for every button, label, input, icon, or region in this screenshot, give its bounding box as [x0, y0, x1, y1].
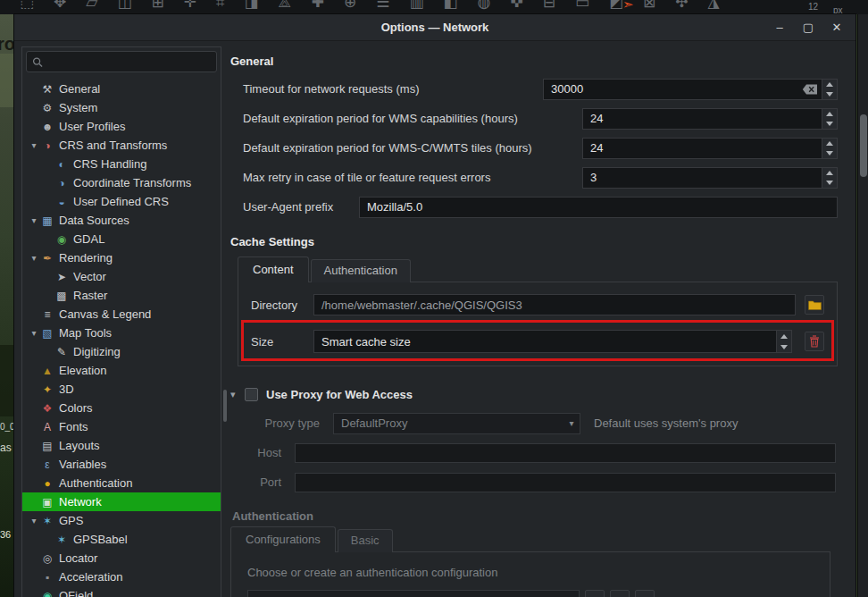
proxy-port-label: Port	[242, 475, 281, 489]
size-combo[interactable]: Smart cache size	[313, 330, 792, 353]
section-title-general: General	[229, 41, 838, 74]
sidebar-item-fonts[interactable]: AFonts	[22, 417, 221, 436]
sidebar-item-colors[interactable]: ❖Colors	[22, 399, 221, 417]
proxy-host-input[interactable]	[295, 443, 836, 463]
directory-field[interactable]: /home/webmaster/.cache/QGIS/QGIS3	[313, 294, 796, 315]
sidebar-item-gps[interactable]: ▾✶GPS	[22, 511, 221, 530]
gdal-icon: ◉	[54, 233, 69, 246]
tab-content[interactable]: Content	[238, 256, 309, 282]
sidebar-item-user-defined-crs[interactable]: ◒User Defined CRS	[22, 192, 221, 211]
auth-remove-button[interactable]	[635, 590, 655, 597]
sidebar-item-authentication[interactable]: ●Authentication	[22, 474, 221, 492]
sidebar-item-canvas-legend[interactable]: ≡Canvas & Legend	[22, 305, 221, 324]
sidebar-item-data-sources[interactable]: ▾▦Data Sources	[22, 211, 221, 230]
form-row-timeout: Timeout for network requests (ms) 30000	[229, 74, 838, 104]
sidebar-item-acceleration[interactable]: ▪Acceleration	[22, 568, 221, 586]
sidebar-search[interactable]	[26, 51, 217, 72]
wmts-expiry-field[interactable]: 24	[582, 138, 838, 159]
wms-expiry-field[interactable]: 24	[582, 108, 838, 130]
proxy-type-combo[interactable]: DefaultProxy ▾	[333, 413, 580, 434]
minimize-button[interactable]: –	[766, 14, 793, 41]
clear-field-icon[interactable]	[802, 84, 818, 95]
sidebar-item-elevation[interactable]: ▲Elevation	[22, 361, 221, 380]
timeout-label: Timeout for network requests (ms)	[243, 82, 543, 96]
chevron-down-icon: ▾	[563, 591, 579, 597]
wmts-expiry-spinner[interactable]	[822, 139, 837, 158]
tab-authentication[interactable]: Authentication	[311, 259, 411, 282]
sidebar-item-user-profiles[interactable]: ☻User Profiles	[22, 117, 221, 136]
expander-icon[interactable]: ▾	[28, 215, 40, 225]
sidebar-item-label: Locator	[59, 551, 97, 565]
proxy-auth-pane: Choose or create an authentication confi…	[230, 551, 830, 597]
tab-basic[interactable]: Basic	[338, 529, 393, 552]
data-sources-icon: ▦	[40, 214, 54, 227]
wms-expiry-spinner[interactable]	[822, 109, 837, 129]
proxy-type-value: DefaultProxy	[334, 416, 563, 430]
size-spinner[interactable]	[776, 331, 791, 352]
main-window-toolbar: ⬚✥▱◫⊞✛⌗◨⟁✚⊕☰▥◧◍✜⊟▭◩⊠✣◮ ➣ 12 px	[0, 0, 868, 14]
auth-config-row: ▾	[244, 590, 817, 597]
sidebar-item-map-tools[interactable]: ▾▧Map Tools	[22, 324, 221, 342]
sidebar-item-digitizing[interactable]: ✎Digitizing	[22, 342, 221, 361]
expander-icon[interactable]: ▾	[28, 516, 40, 526]
trash-icon	[809, 335, 820, 348]
sidebar-item-3d[interactable]: ✦3D	[22, 380, 221, 399]
max-retry-field[interactable]: 3	[582, 167, 838, 189]
user-profiles-icon: ☻	[40, 121, 54, 133]
window-scrollbar[interactable]	[857, 14, 868, 597]
form-row-user-agent: User-Agent prefix Mozilla/5.0	[229, 192, 838, 222]
sidebar-item-label: User Defined CRS	[73, 195, 169, 208]
map-tools-icon: ▧	[40, 327, 54, 340]
sidebar-item-label: Data Sources	[59, 214, 129, 227]
form-row-wms-expiry: Default expiration period for WMS capabi…	[229, 104, 838, 133]
sidebar-item-rendering[interactable]: ▾✒Rendering	[22, 248, 221, 267]
timeout-field[interactable]: 30000	[543, 79, 838, 100]
proxy-port-input[interactable]	[295, 473, 836, 492]
expander-icon[interactable]: ▾	[28, 328, 40, 338]
tab-configurations[interactable]: Configurations	[230, 526, 336, 552]
wmts-expiry-label: Default expiration period for WMS-C/WMTS…	[243, 141, 582, 155]
sidebar-item-system[interactable]: ⚙System	[22, 98, 221, 117]
sidebar-item-crs-handling[interactable]: ◐CRS Handling	[22, 155, 221, 173]
sidebar-item-layouts[interactable]: ▤Layouts	[22, 436, 221, 455]
sidebar-item-network[interactable]: ▣Network	[22, 492, 221, 511]
collapse-arrow-icon[interactable]: ▾	[230, 389, 245, 400]
clear-cache-button[interactable]	[805, 332, 824, 351]
sidebar-item-coordinate-transforms[interactable]: ◑Coordinate Transforms	[22, 173, 221, 192]
sidebar-item-vector[interactable]: ➤Vector	[22, 267, 221, 286]
sidebar-item-locator[interactable]: ◎Locator	[22, 549, 221, 568]
vector-icon: ➤	[54, 271, 69, 283]
sidebar-item-crs-and-transforms[interactable]: ▾◑CRS and Transforms	[22, 136, 221, 155]
use-proxy-checkbox[interactable]	[245, 388, 258, 401]
toolbar-fragment: 12	[808, 2, 818, 12]
browse-folder-button[interactable]	[805, 295, 824, 315]
auth-config-combo[interactable]: ▾	[247, 590, 580, 597]
search-input[interactable]	[43, 55, 211, 69]
sidebar-item-gpsbabel[interactable]: ✶GPSBabel	[22, 530, 221, 549]
user-agent-field[interactable]: Mozilla/5.0	[359, 197, 838, 218]
expander-icon[interactable]: ▾	[28, 140, 40, 150]
expander-icon[interactable]: ▾	[28, 253, 40, 263]
sidebar-item-raster[interactable]: ▩Raster	[22, 286, 221, 305]
qfield-icon: ◉	[40, 590, 54, 597]
sidebar-item-variables[interactable]: εVariables	[22, 455, 221, 474]
sidebar-item-general[interactable]: ⚒General	[22, 80, 221, 98]
sidebar-item-qfield[interactable]: ◉QField	[22, 586, 221, 597]
dialog-titlebar[interactable]: Options — Network – ▢ ✕	[14, 14, 855, 41]
close-button[interactable]: ✕	[823, 14, 850, 41]
content-scrollbar[interactable]	[223, 390, 227, 422]
form-row-wmts-expiry: Default expiration period for WMS-C/WMTS…	[229, 133, 838, 163]
map-label-fragment: 0_0	[0, 422, 14, 432]
auth-add-button[interactable]	[585, 590, 605, 597]
size-label: Size	[251, 335, 313, 349]
timeout-spinner[interactable]	[822, 80, 837, 99]
scrollbar-handle[interactable]	[860, 114, 867, 177]
size-value: Smart cache size	[314, 335, 776, 349]
maximize-button[interactable]: ▢	[795, 14, 822, 41]
max-retry-spinner[interactable]	[822, 168, 837, 188]
raster-icon: ▩	[54, 290, 69, 302]
sidebar-item-gdal[interactable]: ◉GDAL	[22, 230, 221, 248]
auth-edit-button[interactable]	[610, 590, 630, 597]
map-patch	[0, 345, 14, 416]
user-agent-label: User-Agent prefix	[243, 200, 359, 214]
